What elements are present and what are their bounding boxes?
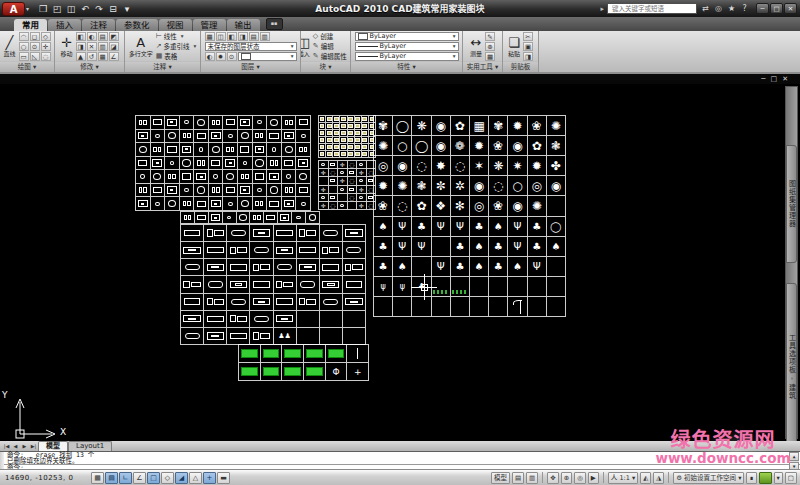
block-cell[interactable]: ❀ <box>374 196 393 216</box>
block-cell[interactable] <box>355 144 362 151</box>
block-cell[interactable] <box>297 242 320 259</box>
修改-tools-tool-icon-9[interactable]: ◩ <box>109 32 119 41</box>
layout-nav-button-2[interactable]: ▶ <box>20 442 29 451</box>
绘图-tools-tool-icon-3[interactable]: ◻ <box>30 32 40 41</box>
block-cell[interactable] <box>267 197 282 211</box>
修改-tools-tool-icon-0[interactable]: ◧ <box>76 32 86 41</box>
block-cell[interactable] <box>362 123 369 130</box>
block-cell[interactable] <box>194 116 209 130</box>
block-cell[interactable]: ◉ <box>432 136 451 156</box>
block-cell[interactable]: ✹ <box>470 136 489 156</box>
block-cell[interactable] <box>204 294 227 311</box>
search-input[interactable] <box>610 4 694 14</box>
block-cell[interactable] <box>223 116 238 130</box>
block-cell[interactable] <box>261 363 283 381</box>
block-cell[interactable] <box>355 151 362 158</box>
block-cell[interactable] <box>165 143 180 157</box>
block-cell[interactable] <box>297 294 320 311</box>
block-cell[interactable] <box>250 259 273 276</box>
layout-tab-Layout1[interactable]: Layout1 <box>68 441 112 451</box>
block-cell[interactable] <box>282 116 297 130</box>
绘图-tools-tool-icon-6[interactable]: ◇ <box>41 32 51 41</box>
block-cell[interactable] <box>239 345 261 363</box>
block-cell[interactable] <box>181 212 195 224</box>
block-cell[interactable] <box>204 328 227 345</box>
block-cell[interactable] <box>348 186 358 194</box>
osnap3d-toggle[interactable]: ◇ <box>161 472 174 484</box>
block-cell[interactable] <box>326 116 333 123</box>
block-cell[interactable] <box>227 259 250 276</box>
block-cell[interactable] <box>348 116 355 123</box>
layer-state-icon-1[interactable]: ✹ <box>216 52 226 61</box>
block-cell[interactable] <box>194 184 209 198</box>
block-cell[interactable] <box>253 184 268 198</box>
block-cell[interactable] <box>274 311 297 328</box>
block-cell[interactable] <box>326 144 333 151</box>
block-cell[interactable]: + <box>347 363 369 381</box>
ortho-toggle[interactable]: ∟ <box>119 472 132 484</box>
ribbon-tab-参数化[interactable]: 参数化 <box>116 19 158 31</box>
block-cell[interactable]: ✿ <box>528 136 547 156</box>
block-cell[interactable] <box>151 197 166 211</box>
绘图-tools-tool-icon-0[interactable]: ◠ <box>19 32 29 41</box>
block-cell[interactable] <box>238 184 253 198</box>
block-cell[interactable] <box>296 130 311 144</box>
block-cell[interactable] <box>340 116 347 123</box>
block-cell[interactable]: Ψ <box>451 217 470 237</box>
search-arrow-icon[interactable]: ▸ <box>600 5 604 13</box>
修改-tools-tool-icon-5[interactable]: ↺ <box>87 52 97 61</box>
exchange-icon[interactable]: ⇄ <box>700 4 711 13</box>
block-cell[interactable] <box>151 157 166 171</box>
block-cell[interactable]: ✛ <box>338 177 348 185</box>
block-cell[interactable]: ψ <box>393 277 412 297</box>
block-cell[interactable]: ♣ <box>528 237 547 257</box>
layer-tool-icon-4[interactable]: ▤ <box>249 32 259 41</box>
workspace-switch-button[interactable]: ⚙ 初始设置工作空间 ▾ <box>673 472 744 484</box>
row-button-编辑属性[interactable]: ✎编辑属性▾ <box>313 52 350 61</box>
block-cell[interactable] <box>250 212 264 224</box>
block-cell[interactable] <box>343 328 366 345</box>
layout-tab-模型[interactable]: 模型 <box>38 441 68 451</box>
layer-tool-icon-5[interactable]: ▥ <box>260 32 270 41</box>
block-cell[interactable] <box>343 311 366 328</box>
block-cell[interactable] <box>282 143 297 157</box>
application-menu-arrow-icon[interactable]: ▾ <box>26 5 29 12</box>
block-cell[interactable] <box>223 212 237 224</box>
block-cell[interactable] <box>180 157 195 171</box>
steering-wheel-icon[interactable]: ◎ <box>574 472 586 484</box>
block-cell[interactable] <box>267 116 282 130</box>
修改-tools-tool-icon-11[interactable]: ∠ <box>109 52 119 61</box>
block-cell[interactable] <box>296 197 311 211</box>
viewport-minimize-icon[interactable]: ─ <box>761 75 765 83</box>
block-cell[interactable] <box>180 197 195 211</box>
block-cell[interactable] <box>489 277 508 297</box>
block-cell[interactable]: ◌ <box>451 156 470 176</box>
ribbon-tab-插入[interactable]: 插入 <box>48 19 81 31</box>
block-cell[interactable] <box>470 277 489 297</box>
block-cell[interactable] <box>250 242 273 259</box>
block-cell[interactable] <box>181 242 204 259</box>
block-cell[interactable] <box>333 116 340 123</box>
block-cell[interactable] <box>223 170 238 184</box>
实用工具-tools-tool-icon-1[interactable]: ⊕ <box>485 42 495 51</box>
block-cell[interactable] <box>165 170 180 184</box>
snap-toggle[interactable]: ▦ <box>91 472 104 484</box>
block-cell[interactable] <box>348 202 358 210</box>
block-cell[interactable] <box>227 328 250 345</box>
block-cell[interactable] <box>338 169 348 177</box>
block-cell[interactable] <box>340 144 347 151</box>
block-cell[interactable] <box>209 184 224 198</box>
block-cell[interactable] <box>223 157 238 171</box>
block-cell[interactable]: ♠ <box>470 237 489 257</box>
block-cell[interactable]: ♠ <box>470 257 489 277</box>
block-cell[interactable]: ◉ <box>508 196 527 216</box>
block-cell[interactable]: ○ <box>508 176 527 196</box>
修改-tools-tool-icon-8[interactable]: ▦ <box>98 52 108 61</box>
block-cell[interactable] <box>451 277 470 297</box>
block-cell[interactable]: ♣ <box>374 237 393 257</box>
block-cell[interactable] <box>253 197 268 211</box>
block-cell[interactable] <box>333 137 340 144</box>
dynamic-input-toggle[interactable]: + <box>203 472 216 484</box>
panel-label-块[interactable]: 块 ▾ <box>301 61 350 72</box>
big-button-插入[interactable]: ◫插入 <box>301 35 310 57</box>
